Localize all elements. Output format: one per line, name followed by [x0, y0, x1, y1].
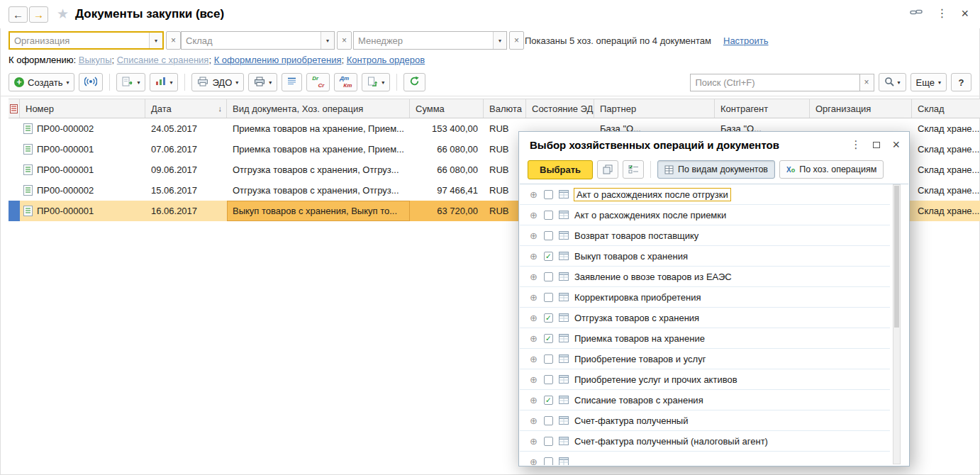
favorite-star-icon[interactable]: ★: [57, 6, 69, 22]
expand-icon[interactable]: ⊕: [529, 436, 538, 447]
operation-item[interactable]: ⊕Приобретение товаров и услуг: [520, 349, 890, 369]
dialog-maximize-icon[interactable]: [873, 142, 880, 148]
item-checkbox[interactable]: [544, 437, 553, 446]
search-button[interactable]: ▾: [879, 73, 906, 91]
expand-icon[interactable]: ⊕: [529, 457, 538, 466]
column-header-partner[interactable]: Партнер: [594, 99, 715, 118]
scrollbar-thumb[interactable]: [894, 186, 899, 328]
more-button[interactable]: Еще ▾: [911, 73, 947, 91]
item-checkbox[interactable]: [544, 416, 553, 425]
item-checkbox[interactable]: [544, 293, 553, 302]
to-register-link[interactable]: Выкупы: [79, 55, 112, 65]
expand-icon[interactable]: ⊕: [529, 189, 538, 200]
item-checkbox[interactable]: [544, 457, 553, 466]
dt-kt-button[interactable]: ДтКт: [334, 73, 357, 91]
more-menu-icon[interactable]: ⋮: [936, 8, 947, 19]
column-header-number[interactable]: Номер: [20, 99, 145, 118]
search-input[interactable]: [690, 74, 860, 91]
link-icon[interactable]: [910, 7, 923, 19]
manager-dropdown-button[interactable]: ▾: [493, 32, 506, 49]
forward-button[interactable]: →: [29, 6, 48, 23]
expand-icon[interactable]: ⊕: [529, 354, 538, 364]
expand-icon[interactable]: ⊕: [529, 251, 538, 262]
column-header-edo-state[interactable]: Состояние ЭД: [526, 99, 594, 118]
print-button[interactable]: ▾: [248, 73, 277, 91]
item-checkbox[interactable]: [544, 190, 553, 199]
by-operations-toggle[interactable]: Xo По хоз. операциям: [779, 160, 884, 179]
item-checkbox[interactable]: ✓: [544, 334, 553, 343]
to-register-link[interactable]: Контроль ордеров: [347, 55, 425, 65]
back-button[interactable]: ←: [9, 6, 28, 23]
dr-cr-button[interactable]: DrCr: [306, 73, 330, 91]
set-all-flags-button[interactable]: [623, 160, 644, 179]
item-checkbox[interactable]: ✓: [544, 252, 553, 261]
dialog-scrollbar[interactable]: [893, 184, 901, 464]
expand-icon[interactable]: ⊕: [529, 230, 538, 241]
item-checkbox[interactable]: [544, 231, 553, 240]
operation-item[interactable]: ⊕✓Отгрузка товаров с хранения: [520, 308, 890, 328]
search-clear-button[interactable]: ×: [860, 74, 874, 91]
manager-clear-button[interactable]: ×: [509, 31, 524, 50]
expand-icon[interactable]: ⊕: [529, 395, 538, 406]
register-report-button[interactable]: [282, 73, 302, 91]
select-button[interactable]: Выбрать: [528, 160, 593, 179]
dialog-close-icon[interactable]: ×: [892, 140, 900, 150]
help-button[interactable]: ?: [951, 73, 971, 91]
post-document-button[interactable]: ▾: [116, 73, 145, 91]
expand-icon[interactable]: ⊕: [529, 415, 538, 426]
dialog-more-menu-icon[interactable]: ⋮: [850, 138, 861, 151]
organization-dropdown-button[interactable]: ▾: [149, 33, 162, 48]
warehouse-dropdown-button[interactable]: ▾: [321, 32, 334, 49]
warehouse-clear-button[interactable]: ×: [337, 31, 352, 50]
column-header-date[interactable]: Дата↓: [145, 99, 227, 118]
column-header-currency[interactable]: Валюта: [484, 99, 526, 118]
operation-item[interactable]: ⊕✓Выкуп товаров с хранения: [520, 246, 890, 267]
operation-item-partial[interactable]: ⊕: [520, 452, 890, 465]
set-interval-button[interactable]: [79, 73, 103, 91]
to-register-link[interactable]: Списание с хранения: [117, 55, 209, 65]
create-based-on-button[interactable]: ▾: [362, 73, 390, 91]
expand-icon[interactable]: ⊕: [529, 272, 538, 282]
edo-button[interactable]: ЭДО ▾: [191, 73, 244, 91]
warehouse-input[interactable]: [182, 35, 321, 46]
operation-item[interactable]: ⊕Заявление о ввозе товаров из ЕАЭС: [520, 267, 890, 287]
expand-icon[interactable]: ⊕: [529, 210, 538, 220]
operation-item[interactable]: ⊕Акт о расхождениях после приемки: [520, 205, 890, 225]
item-checkbox[interactable]: [544, 354, 553, 364]
column-header-warehouse[interactable]: Склад: [912, 99, 980, 118]
item-checkbox[interactable]: ✓: [544, 396, 553, 405]
to-register-link[interactable]: К оформлению приобретения: [214, 55, 342, 65]
operation-item[interactable]: ⊕✓Списание товаров с хранения: [520, 390, 890, 410]
manager-input[interactable]: [354, 35, 493, 46]
operation-item[interactable]: ⊕Возврат товаров поставщику: [520, 225, 890, 246]
operation-item[interactable]: ⊕✓Приемка товаров на хранение: [520, 328, 890, 349]
operation-item[interactable]: ⊕Приобретение услуг и прочих активов: [520, 369, 890, 390]
create-button[interactable]: + Создать ▾: [9, 73, 74, 91]
refresh-button[interactable]: [403, 73, 425, 91]
configure-link[interactable]: Настроить: [723, 35, 769, 46]
item-checkbox[interactable]: [544, 272, 553, 281]
item-checkbox[interactable]: [544, 211, 553, 220]
column-header-organization[interactable]: Организация: [810, 99, 912, 118]
item-checkbox[interactable]: ✓: [544, 313, 553, 323]
expand-icon[interactable]: ⊕: [529, 292, 538, 303]
expand-icon[interactable]: ⊕: [529, 333, 538, 344]
close-icon[interactable]: ×: [961, 8, 969, 19]
operation-item[interactable]: ⊕Счет-фактура полученный: [520, 410, 890, 431]
toolbar-separator: [184, 74, 185, 91]
organization-input[interactable]: [10, 35, 149, 46]
column-header-sum[interactable]: Сумма: [410, 99, 484, 118]
operation-item[interactable]: ⊕Акт о расхождениях после отгрузки: [520, 184, 890, 205]
column-header-contractor[interactable]: Контрагент: [715, 99, 810, 118]
document-type-icon: [559, 272, 569, 281]
organization-clear-button[interactable]: ×: [166, 31, 181, 50]
by-doc-types-toggle[interactable]: По видам документов: [657, 160, 775, 179]
column-header-doctype[interactable]: Вид документа, Хоз. операция: [227, 99, 410, 118]
operation-item[interactable]: ⊕Счет-фактура полученный (налоговый аген…: [520, 431, 890, 452]
expand-icon[interactable]: ⊕: [529, 313, 538, 323]
reports-button[interactable]: ▾: [150, 73, 178, 91]
item-checkbox[interactable]: [544, 375, 553, 384]
expand-icon[interactable]: ⊕: [529, 374, 538, 385]
operation-item[interactable]: ⊕Корректировка приобретения: [520, 287, 890, 308]
copy-button[interactable]: [597, 160, 618, 179]
